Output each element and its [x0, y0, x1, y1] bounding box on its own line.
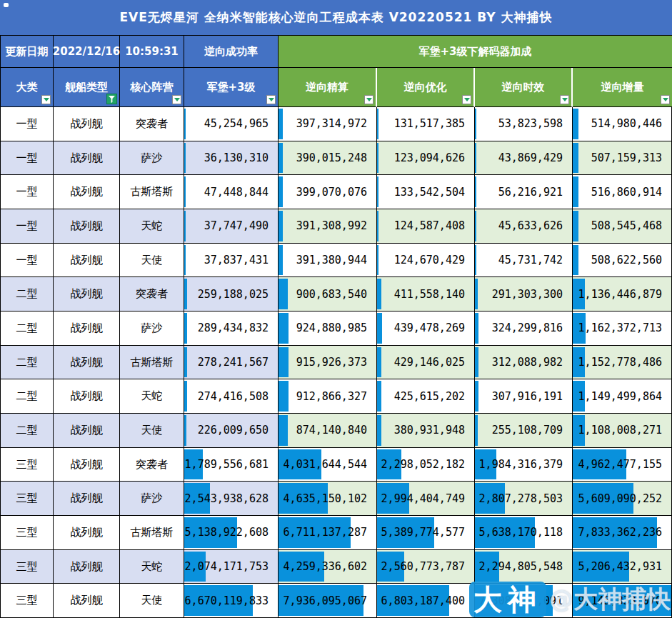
faction-cell[interactable]: 萨沙	[120, 482, 184, 516]
ship-type-cell[interactable]: 战列舰	[54, 141, 120, 176]
reverse-increment-cell[interactable]: 7,833,362,236	[573, 516, 672, 550]
ship-type-cell[interactable]: 战列舰	[54, 516, 120, 550]
faction-cell[interactable]: 古斯塔斯	[120, 346, 184, 380]
faction-cell[interactable]: 萨沙	[120, 141, 184, 176]
reverse-increment-cell[interactable]: 4,962,477,155	[573, 448, 672, 482]
reverse-time-cell[interactable]: 45,633,626	[475, 209, 573, 244]
tier-cell[interactable]: 二型	[0, 312, 54, 346]
reverse-time-cell[interactable]: 45,731,742	[475, 244, 573, 278]
reverse-optimize-cell[interactable]: 6,803,187,400	[377, 584, 475, 618]
fort-plus3-cell[interactable]: 5,138,922,608	[184, 516, 279, 550]
reverse-increment-cell[interactable]: 5,609,090,252	[573, 482, 672, 516]
ship-type-cell[interactable]: 战列舰	[54, 244, 120, 278]
reverse-time-cell[interactable]: 53,823,598	[475, 107, 573, 141]
reverse-time-cell[interactable]: 43,869,429	[475, 141, 573, 176]
faction-cell[interactable]: 天使	[120, 584, 184, 618]
reverse-precision-cell[interactable]: 4,259,336,602	[279, 550, 377, 584]
reverse-optimize-cell[interactable]: 124,587,408	[377, 209, 475, 244]
reverse-optimize-cell[interactable]: 133,542,504	[377, 175, 475, 209]
faction-cell[interactable]: 天蛇	[120, 379, 184, 414]
reverse-optimize-cell[interactable]: 380,931,948	[377, 414, 475, 448]
tier-cell[interactable]: 二型	[0, 346, 54, 380]
column-header-tier[interactable]: 大类	[0, 68, 54, 107]
filter-dropdown-reverse-increment[interactable]	[661, 95, 670, 104]
reverse-precision-cell[interactable]: 390,015,248	[279, 141, 377, 176]
reverse-time-cell[interactable]: 307,916,191	[475, 379, 573, 414]
ship-type-cell[interactable]: 战列舰	[54, 379, 120, 414]
faction-cell[interactable]: 天使	[120, 414, 184, 448]
filter-active-ship-type[interactable]	[106, 94, 117, 104]
fort-plus3-cell[interactable]: 36,130,310	[184, 141, 279, 176]
reverse-time-cell[interactable]: 2,294,805,548	[475, 550, 573, 584]
reverse-precision-cell[interactable]: 391,308,992	[279, 209, 377, 244]
reverse-optimize-cell[interactable]: 425,615,202	[377, 379, 475, 414]
tier-cell[interactable]: 三型	[0, 516, 54, 550]
column-header-reverse-time[interactable]: 逆向时效	[475, 68, 573, 107]
faction-cell[interactable]: 突袭者	[120, 107, 184, 141]
column-header-reverse-precision[interactable]: 逆向精算	[279, 68, 377, 107]
ship-type-cell[interactable]: 战列舰	[54, 414, 120, 448]
filter-dropdown-reverse-optimize[interactable]	[462, 95, 471, 104]
reverse-time-cell[interactable]: 291,303,300	[475, 277, 573, 312]
tier-cell[interactable]: 一型	[0, 107, 54, 141]
faction-cell[interactable]: 古斯塔斯	[120, 516, 184, 550]
faction-cell[interactable]: 天蛇	[120, 209, 184, 244]
reverse-precision-cell[interactable]: 912,866,327	[279, 379, 377, 414]
tier-cell[interactable]: 二型	[0, 379, 54, 414]
column-header-fort-plus3[interactable]: 军堡+3级	[184, 68, 279, 107]
fort-plus3-cell[interactable]: 278,241,567	[184, 346, 279, 380]
reverse-increment-cell[interactable]: 1,152,778,486	[573, 346, 672, 380]
fort-plus3-cell[interactable]: 226,009,650	[184, 414, 279, 448]
reverse-precision-cell[interactable]: 7,936,095,067	[279, 584, 377, 618]
tier-cell[interactable]: 二型	[0, 277, 54, 312]
reverse-precision-cell[interactable]: 4,635,150,102	[279, 482, 377, 516]
tier-cell[interactable]: 一型	[0, 141, 54, 176]
reverse-precision-cell[interactable]: 391,380,944	[279, 244, 377, 278]
faction-cell[interactable]: 古斯塔斯	[120, 175, 184, 209]
fort-plus3-cell[interactable]: 45,254,965	[184, 107, 279, 141]
reverse-increment-cell[interactable]: 507,159,313	[573, 141, 672, 176]
tier-cell[interactable]: 一型	[0, 175, 54, 209]
reverse-increment-cell[interactable]: 5,206,432,931	[573, 550, 672, 584]
reverse-time-cell[interactable]: 5,638,170,118	[475, 516, 573, 550]
reverse-increment-cell[interactable]: 508,545,468	[573, 209, 672, 244]
reverse-optimize-cell[interactable]: 411,558,140	[377, 277, 475, 312]
filter-dropdown-fort-plus3[interactable]	[266, 95, 276, 104]
ship-type-cell[interactable]: 战列舰	[54, 448, 120, 482]
update-time-value[interactable]: 10:59:31	[120, 36, 184, 68]
fort-plus3-cell[interactable]: 2,074,171,753	[184, 550, 279, 584]
reverse-increment-cell[interactable]: 1,162,372,713	[573, 312, 672, 346]
faction-cell[interactable]: 天蛇	[120, 550, 184, 584]
filter-dropdown-reverse-time[interactable]	[560, 95, 569, 104]
column-header-faction[interactable]: 核心阵营	[120, 68, 184, 107]
reverse-precision-cell[interactable]: 6,711,137,287	[279, 516, 377, 550]
reverse-time-cell[interactable]: 312,088,982	[475, 346, 573, 380]
reverse-time-cell[interactable]: 56,216,921	[475, 175, 573, 209]
reverse-increment-cell[interactable]: 516,860,914	[573, 175, 672, 209]
column-header-reverse-increment[interactable]: 逆向增量	[573, 68, 672, 107]
fort-plus3-cell[interactable]: 6,670,119,833	[184, 584, 279, 618]
reverse-precision-cell[interactable]: 924,880,985	[279, 312, 377, 346]
reverse-time-cell[interactable]: 255,108,709	[475, 414, 573, 448]
tier-cell[interactable]: 三型	[0, 448, 54, 482]
ship-type-cell[interactable]: 战列舰	[54, 107, 120, 141]
fort-plus3-cell[interactable]: 1,789,556,681	[184, 448, 279, 482]
reverse-precision-cell[interactable]: 399,070,076	[279, 175, 377, 209]
ship-type-cell[interactable]: 战列舰	[54, 346, 120, 380]
reverse-time-cell[interactable]: 2,807,278,503	[475, 482, 573, 516]
tier-cell[interactable]: 三型	[0, 550, 54, 584]
reverse-optimize-cell[interactable]: 2,298,052,182	[377, 448, 475, 482]
reverse-optimize-cell[interactable]: 2,560,773,787	[377, 550, 475, 584]
fort-plus3-cell[interactable]: 274,416,508	[184, 379, 279, 414]
tier-cell[interactable]: 三型	[0, 584, 54, 618]
reverse-optimize-cell[interactable]: 131,517,385	[377, 107, 475, 141]
reverse-time-cell[interactable]: 324,299,816	[475, 312, 573, 346]
fort-plus3-cell[interactable]: 47,448,844	[184, 175, 279, 209]
tier-cell[interactable]: 一型	[0, 244, 54, 278]
ship-type-cell[interactable]: 战列舰	[54, 584, 120, 618]
faction-cell[interactable]: 天使	[120, 244, 184, 278]
reverse-precision-cell[interactable]: 900,683,540	[279, 277, 377, 312]
reverse-increment-cell[interactable]: 1,136,446,879	[573, 277, 672, 312]
column-header-reverse-optimize[interactable]: 逆向优化	[377, 68, 475, 107]
tier-cell[interactable]: 二型	[0, 414, 54, 448]
